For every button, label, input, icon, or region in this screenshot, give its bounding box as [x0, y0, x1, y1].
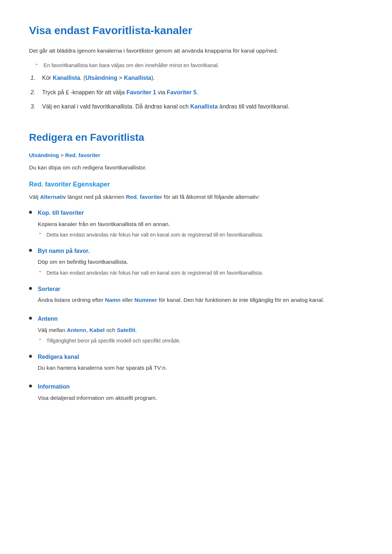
section1-intro: Det går att bläddra igenom kanalerna i f… [29, 46, 363, 56]
bullet-redigera-kanal: Redigera kanal Du kan hantera kanalerna … [29, 352, 363, 375]
section2-desc: Du kan döpa om och redigera favoritkanal… [29, 163, 363, 172]
bullet-note-4: Tillgänglighet beror på specifik modell … [38, 337, 363, 345]
bullet-desc-6: Visa detaljerad information om aktuellt … [38, 394, 363, 403]
section1-note: En favoritkanallista kan bara väljas om … [29, 61, 363, 70]
bullet-note-1: Detta kan endast användas när fokus har … [38, 231, 363, 239]
bullet-dot-2 [29, 249, 32, 252]
section2-nav: Utsändning > Red. favoriter [29, 151, 363, 160]
section-visa-kanaler: Visa endast Favoritlista-kanaler Det går… [29, 22, 363, 111]
link-kanallista-2[interactable]: Kanallista [124, 75, 151, 81]
bullet-title-6: Information [38, 382, 363, 391]
link-red-favoriter-nav[interactable]: Red. favoriter [65, 152, 101, 158]
bullets-list: Kop. till favoriter Kopiera kanaler från… [29, 208, 363, 405]
bullet-desc-3: Ändra listans ordning efter Namn eller N… [38, 296, 363, 305]
step-1: 1. Kör Kanallista. (Utsändning > Kanalli… [29, 73, 363, 83]
link-kop-till-favoriter[interactable]: Kop. till favoriter [38, 210, 84, 216]
select-line: Välj Alternativ längst ned på skärmen Re… [29, 193, 363, 202]
link-satellit[interactable]: Satellit [117, 327, 135, 333]
bullet-title-1: Kop. till favoriter [38, 208, 363, 218]
link-byt-namn[interactable]: Byt namn på favor. [38, 248, 90, 254]
link-red-favoriter-screen[interactable]: Red. favoriter [126, 194, 162, 200]
link-sorterar[interactable]: Sorterar [38, 286, 60, 292]
bullet-desc-5: Du kan hantera kanalerna som har sparats… [38, 364, 363, 373]
link-antenn-opt[interactable]: Antenn [67, 327, 86, 333]
bullet-sorterar: Sorterar Ändra listans ordning efter Nam… [29, 284, 363, 307]
bullet-desc-4: Välj mellan Antenn, Kabel och Satellit. [38, 326, 363, 335]
section1-title: Visa endast Favoritlista-kanaler [29, 22, 363, 39]
bullet-title-3: Sorterar [38, 284, 363, 294]
link-kabel[interactable]: Kabel [89, 327, 105, 333]
bullet-title-4: Antenn [38, 314, 363, 324]
bullet-note-2: Detta kan endast användas när fokus har … [38, 269, 363, 277]
link-redigera-kanal[interactable]: Redigera kanal [38, 354, 79, 360]
link-utsandning-1[interactable]: Utsändning [85, 75, 117, 81]
bullet-dot-6 [29, 385, 32, 387]
link-favoriter-5[interactable]: Favoriter 5 [167, 89, 197, 95]
section2-title: Redigera en Favoritlista [29, 130, 363, 146]
bullet-desc-1: Kopiera kanaler från en favoritkanallist… [38, 220, 363, 229]
link-alternativ[interactable]: Alternativ [40, 194, 66, 200]
link-favoriter-1[interactable]: Favoriter 1 [126, 89, 156, 95]
bullet-dot-3 [29, 287, 32, 290]
bullet-byt-namn: Byt namn på favor. Döp om en befintlig f… [29, 246, 363, 277]
bullet-desc-2: Döp om en befintlig favoritkanallista. [38, 258, 363, 267]
section1-steps: 1. Kör Kanallista. (Utsändning > Kanalli… [29, 73, 363, 111]
step-3: 3. Välj en kanal i vald favoritkanallist… [29, 102, 363, 111]
bullet-antenn: Antenn Välj mellan Antenn, Kabel och Sat… [29, 314, 363, 345]
bullet-title-2: Byt namn på favor. [38, 246, 363, 256]
link-nummer[interactable]: Nummer [134, 297, 157, 303]
link-kanallista-3[interactable]: Kanallista [190, 103, 218, 110]
bullet-title-5: Redigera kanal [38, 352, 363, 362]
link-antenn[interactable]: Antenn [38, 316, 58, 322]
bullet-kop-till-favoriter: Kop. till favoriter Kopiera kanaler från… [29, 208, 363, 239]
link-namn[interactable]: Namn [105, 297, 121, 303]
step-2: 2. Tryck på £ -knappen för att välja Fav… [29, 88, 363, 97]
link-utsandning-2[interactable]: Utsändning [29, 152, 59, 158]
bullet-dot-1 [29, 211, 32, 214]
link-information[interactable]: Information [38, 383, 70, 390]
subsection-title: Red. favoriter Egenskaper [29, 179, 363, 190]
bullet-dot-4 [29, 317, 32, 320]
link-kanallista-1[interactable]: Kanallista [53, 75, 80, 81]
bullet-dot-5 [29, 355, 32, 358]
bullet-information: Information Visa detaljerad information … [29, 382, 363, 405]
section-redigera-favoritlista: Redigera en Favoritlista Utsändning > Re… [29, 130, 363, 405]
